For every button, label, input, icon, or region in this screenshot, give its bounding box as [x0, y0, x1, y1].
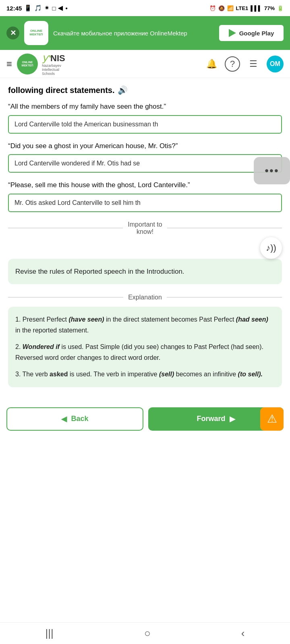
audio-button[interactable]: ♪)): [260, 237, 282, 259]
popup-dots: •••: [265, 164, 279, 177]
bell-icon[interactable]: 🔔: [204, 56, 219, 72]
nis-sub3: Schools: [42, 72, 55, 76]
nis-sub1: Nazarbayev: [42, 64, 61, 68]
system-nav-bar: ||| ○ ‹: [0, 622, 290, 644]
explanation-box: 1. Present Perfect (have seen) in the di…: [8, 307, 282, 387]
banner-text: Скачайте мобильное приложение OnlineMekt…: [53, 29, 214, 37]
title-speaker-icon[interactable]: 🔊: [118, 85, 128, 95]
back-button[interactable]: ◀ Back: [6, 407, 143, 431]
status-signal-icon: ✴: [44, 4, 50, 12]
explanation-item-2: 2. Wondered if is used. Past Simple (did…: [15, 341, 275, 363]
status-lte-icon: LTE1: [236, 5, 249, 11]
status-battery-icon: 🔋: [277, 5, 284, 11]
online-mektep-logo: ONLINEМЕКТЕП: [17, 54, 38, 74]
status-bar: 12:45 📱 🎵 ✴ □ ◀ • ⏰ 🔕 📶 LTE1 ▌▌▌ 77% 🔋: [0, 0, 290, 16]
avatar-initials: OM: [270, 60, 280, 68]
google-play-button[interactable]: Google Play: [219, 25, 284, 41]
popup-bubble: •••: [254, 157, 290, 184]
sys-nav-back[interactable]: |||: [46, 627, 54, 640]
explanation-label: Explanation: [128, 294, 162, 301]
status-wifi-icon: 📶: [227, 5, 234, 11]
forward-label: Forward: [197, 415, 225, 423]
question-block-1: “All the members of my family have seen …: [8, 101, 282, 134]
app-banner: ✕ ONLINE МЕКТЕП Скачайте мобильное прило…: [0, 16, 290, 50]
status-signal-bars: ▌▌▌: [251, 5, 262, 11]
nav-action-icons: 🔔 ? ☰ OM: [204, 56, 284, 72]
quote-3: “Please, sell me this house with the gho…: [8, 180, 282, 190]
sys-nav-recents[interactable]: ‹: [241, 627, 245, 640]
popup-overlay: •••: [254, 157, 290, 184]
status-time: 12:45: [6, 5, 22, 12]
main-content: following direct statements. 🔊 “All the …: [0, 78, 290, 407]
info-box: Revise the rules of Reported speech in t…: [8, 259, 282, 284]
forward-arrow-icon: ▶: [230, 415, 235, 423]
explanation-item-1: 1. Present Perfect (have seen) in the di…: [15, 314, 275, 336]
quote-1: “All the members of my family have seen …: [8, 101, 282, 112]
help-icon[interactable]: ?: [225, 56, 240, 72]
nav-logos: ONLINEМЕКТЕП ƴ NIS Nazarbayev Intellectu…: [17, 52, 199, 76]
quote-2: “Did you see a ghost in your American ho…: [8, 141, 282, 151]
nis-logo: ƴ NIS Nazarbayev Intellectual Schools: [42, 52, 65, 76]
status-tiktok-icon: 🎵: [34, 4, 42, 12]
status-nav-icon: ◀: [58, 4, 63, 12]
divider-line-right: [167, 228, 282, 229]
status-vpn-icon: □: [52, 5, 56, 12]
answer-input-3[interactable]: Mr. Otis asked Lord Canterville to sell …: [8, 194, 282, 212]
status-mute-icon: 🔕: [218, 5, 225, 11]
back-label: Back: [71, 415, 88, 423]
back-arrow-icon: ◀: [61, 415, 67, 423]
answer-input-2[interactable]: Lord Canterville wondered if Mr. Otis ha…: [8, 154, 282, 173]
explanation-item-3: 3. The verb asked is used. The verb in i…: [15, 369, 275, 380]
status-alarm-icon: ⏰: [209, 5, 216, 11]
section-title-text: following direct statements.: [8, 86, 114, 95]
question-block-3: “Please, sell me this house with the gho…: [8, 180, 282, 212]
warning-button[interactable]: ⚠: [260, 407, 284, 431]
exp-divider-line-right: [167, 297, 282, 298]
question-block-2: “Did you see a ghost in your American ho…: [8, 141, 282, 173]
status-dot: •: [65, 5, 67, 12]
status-whatsapp-icon: 📱: [24, 4, 32, 12]
warning-icon: ⚠: [267, 412, 277, 425]
explanation-divider: Explanation: [8, 294, 282, 301]
divider-line-left: [8, 228, 123, 229]
info-text: Revise the rules of Reported speech in t…: [15, 268, 184, 275]
sys-nav-home[interactable]: ○: [144, 627, 151, 640]
user-avatar[interactable]: OM: [267, 56, 284, 72]
exp-divider-line-left: [8, 297, 123, 298]
play-icon: [229, 29, 236, 37]
banner-close-button[interactable]: ✕: [6, 27, 19, 39]
menu-icon[interactable]: ≡: [6, 58, 12, 70]
section-title: following direct statements. 🔊: [8, 85, 282, 95]
answer-input-1[interactable]: Lord Canterville told the American busin…: [8, 115, 282, 134]
bottom-navigation: ◀ Back Forward ▶ ⚠: [0, 407, 290, 437]
nis-sub2: Intellectual: [42, 68, 59, 72]
banner-logo: ONLINE МЕКТЕП: [24, 21, 48, 45]
important-label: Important toknow!: [128, 221, 162, 235]
list-icon[interactable]: ☰: [246, 56, 261, 72]
important-divider: Important toknow!: [8, 221, 282, 235]
banner-logo-line2: МЕКТЕП: [29, 33, 43, 37]
status-battery: 77%: [264, 5, 275, 11]
google-play-label: Google Play: [239, 30, 274, 37]
navigation-bar: ≡ ONLINEМЕКТЕП ƴ NIS Nazarbayev Intellec…: [0, 50, 290, 78]
